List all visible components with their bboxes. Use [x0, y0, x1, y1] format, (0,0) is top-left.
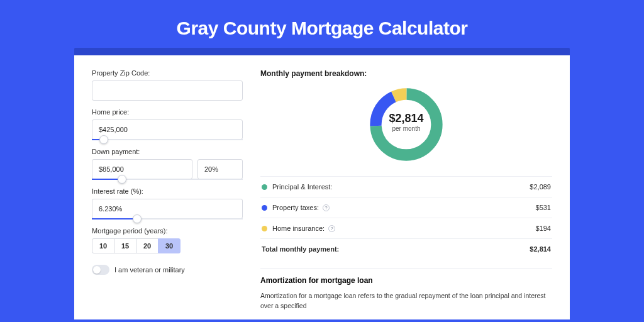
veteran-toggle-label: I am veteran or military	[114, 266, 185, 274]
veteran-toggle-row: I am veteran or military	[92, 265, 243, 275]
home-price-slider-thumb[interactable]	[99, 135, 108, 144]
amortization-text: Amortization for a mortgage loan refers …	[260, 291, 552, 311]
interest-rate-label: Interest rate (%):	[92, 187, 243, 195]
interest-rate-slider[interactable]	[92, 218, 243, 219]
legend-dot-principal	[262, 184, 267, 190]
calculator-panel: Property Zip Code: Home price: Down paym…	[74, 55, 570, 319]
down-payment-field: Down payment:	[92, 148, 243, 180]
zip-input[interactable]	[92, 80, 243, 101]
help-icon[interactable]: ?	[328, 225, 335, 232]
total-row: Total monthly payment: $2,814	[260, 238, 552, 259]
zip-field: Property Zip Code:	[92, 69, 243, 101]
down-payment-label: Down payment:	[92, 148, 243, 155]
calculator-panel-wrap: Property Zip Code: Home price: Down paym…	[74, 48, 570, 319]
interest-rate-slider-fill	[92, 218, 137, 219]
form-column: Property Zip Code: Home price: Down paym…	[92, 69, 243, 319]
breakdown-column: Monthly payment breakdown: $2,814 per mo…	[260, 69, 552, 319]
legend-val-principal: $2,089	[530, 183, 551, 191]
donut-center-sub: per month	[389, 125, 423, 132]
home-price-input[interactable]	[92, 119, 243, 140]
home-price-field: Home price:	[92, 108, 243, 140]
interest-rate-field: Interest rate (%):	[92, 187, 243, 219]
legend-dot-taxes	[262, 205, 267, 211]
legend-dot-insurance	[262, 226, 267, 231]
panel-top-shadow	[74, 48, 570, 55]
total-label: Total monthly payment:	[262, 245, 339, 253]
page-title: Gray County Mortgage Calculator	[0, 0, 644, 48]
breakdown-title: Monthly payment breakdown:	[260, 69, 552, 78]
donut-center-amount: $2,814	[389, 112, 423, 125]
total-value: $2,814	[530, 245, 551, 253]
mortgage-period-field: Mortgage period (years): 10 15 20 30	[92, 227, 243, 253]
legend-name-principal: Principal & Interest:	[272, 183, 332, 191]
legend-val-taxes: $531	[536, 204, 551, 211]
donut-chart-container: $2,814 per month	[260, 84, 552, 165]
mortgage-period-label: Mortgage period (years):	[92, 227, 243, 235]
down-payment-pct-input[interactable]	[197, 159, 243, 179]
legend-row-insurance: Home insurance: ? $194	[260, 218, 552, 238]
legend-row-taxes: Property taxes: ? $531	[260, 197, 552, 218]
interest-rate-input[interactable]	[92, 199, 243, 219]
home-price-slider[interactable]	[92, 139, 243, 140]
legend-name-insurance: Home insurance:	[272, 225, 325, 232]
down-payment-slider-thumb[interactable]	[118, 175, 126, 184]
legend-row-principal: Principal & Interest: $2,089	[260, 176, 552, 197]
amortization-title: Amortization for mortgage loan	[260, 268, 552, 285]
home-price-label: Home price:	[92, 108, 243, 116]
amortization-block: Amortization for mortgage loan Amortizat…	[260, 268, 552, 311]
interest-rate-slider-thumb[interactable]	[133, 214, 142, 223]
period-btn-15[interactable]: 15	[114, 238, 136, 253]
down-payment-slider[interactable]	[92, 179, 243, 180]
period-btn-30[interactable]: 30	[158, 238, 180, 253]
zip-label: Property Zip Code:	[92, 69, 243, 77]
period-btn-10[interactable]: 10	[92, 238, 114, 253]
down-payment-input[interactable]	[92, 159, 192, 179]
help-icon[interactable]: ?	[323, 204, 330, 211]
veteran-toggle[interactable]	[92, 265, 109, 275]
legend-name-taxes: Property taxes:	[272, 204, 319, 211]
donut-center: $2,814 per month	[389, 112, 423, 132]
period-btn-20[interactable]: 20	[136, 238, 158, 253]
legend-val-insurance: $194	[536, 225, 551, 232]
mortgage-period-buttons: 10 15 20 30	[92, 238, 243, 253]
